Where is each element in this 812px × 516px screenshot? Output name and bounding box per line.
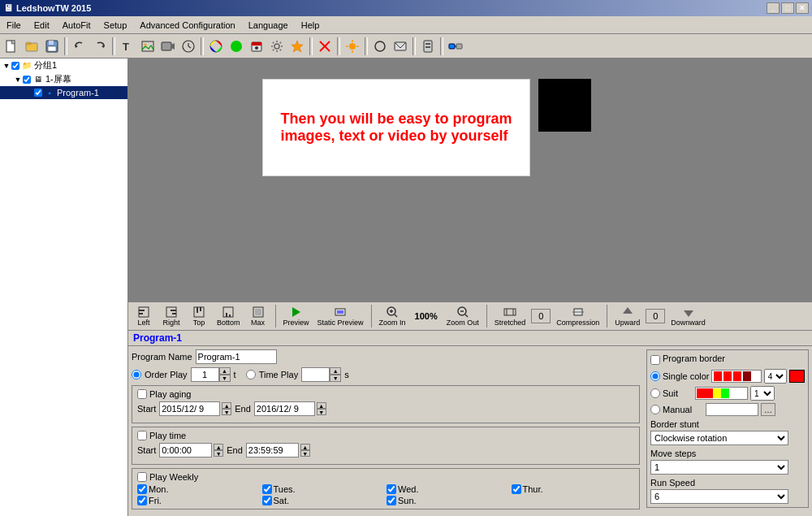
align-top-button[interactable]: Top xyxy=(187,305,211,327)
redo-button[interactable] xyxy=(90,37,110,56)
spinbox-up[interactable]: ▲ xyxy=(219,367,231,375)
wed-checkbox[interactable] xyxy=(387,484,396,494)
align-right-button[interactable]: Right xyxy=(159,305,184,327)
time-value-input[interactable] xyxy=(301,367,330,382)
plugin-button[interactable] xyxy=(418,37,438,56)
time-play-radio[interactable] xyxy=(246,370,256,379)
time-spinbox-up[interactable]: ▲ xyxy=(330,367,341,375)
single-color-radio[interactable] xyxy=(650,371,660,381)
save-button[interactable] xyxy=(42,37,62,56)
preview-button[interactable]: Preview xyxy=(281,305,312,327)
suit-radio[interactable] xyxy=(650,388,660,398)
weekly-grid: Mon. Tues. Wed. Thur. xyxy=(137,484,634,505)
open-button[interactable] xyxy=(22,37,41,56)
tree-screen[interactable]: ▼ 🖥 1-屏幕 xyxy=(0,72,127,86)
order-play-radio[interactable] xyxy=(132,370,141,379)
svg-rect-46 xyxy=(197,307,198,313)
max-button[interactable]: Max xyxy=(246,305,270,327)
circle-button[interactable] xyxy=(370,37,390,56)
end-time-up[interactable]: ▲ xyxy=(300,444,310,450)
screen-checkbox[interactable] xyxy=(23,76,31,84)
sat-checkbox[interactable] xyxy=(262,496,272,505)
canvas-area[interactable]: Then you will be easy to program images,… xyxy=(128,59,812,301)
zoom-out-button[interactable]: Zoom Out xyxy=(444,305,482,327)
menu-help[interactable]: Help xyxy=(295,19,326,32)
run-speed-dropdown[interactable]: 6 xyxy=(650,489,788,504)
single-color-dropdown[interactable]: 4 xyxy=(764,369,787,384)
start-time-down[interactable]: ▼ xyxy=(214,450,223,457)
minimize-button[interactable]: _ xyxy=(767,2,780,14)
color-button[interactable] xyxy=(206,37,226,56)
connect-button[interactable] xyxy=(446,37,465,56)
video-button[interactable] xyxy=(158,37,178,56)
upward-button[interactable]: Upward xyxy=(612,305,642,327)
svg-marker-7 xyxy=(75,45,78,48)
sun-button[interactable] xyxy=(343,37,362,56)
menu-edit[interactable]: Edit xyxy=(28,19,56,32)
program-name-input[interactable] xyxy=(196,349,277,364)
align-left-button[interactable]: Left xyxy=(132,305,156,327)
maximize-button[interactable]: □ xyxy=(781,2,794,14)
email-button[interactable] xyxy=(391,37,410,56)
start-time-field[interactable] xyxy=(159,443,212,457)
green-dot-button[interactable] xyxy=(227,37,246,56)
zoom-in-button[interactable]: Zoom In xyxy=(377,305,408,327)
tree-group[interactable]: ▼ 📁 分组1 xyxy=(0,59,127,72)
time-spinbox-down[interactable]: ▼ xyxy=(330,375,341,382)
group-checkbox[interactable] xyxy=(11,62,19,70)
tree-program[interactable]: ▪ Program-1 xyxy=(0,86,127,99)
start-date-down[interactable]: ▼ xyxy=(222,409,231,415)
stretched-button[interactable]: Stretched xyxy=(492,305,529,327)
order-spinbox: ▲ ▼ xyxy=(191,367,231,382)
close-button[interactable]: ✕ xyxy=(796,2,809,14)
manual-radio[interactable] xyxy=(650,405,660,414)
play-time-checkbox[interactable] xyxy=(137,431,147,440)
fri-checkbox[interactable] xyxy=(137,496,147,505)
svg-rect-5 xyxy=(49,41,54,45)
thur-checkbox[interactable] xyxy=(512,484,521,494)
image-button[interactable] xyxy=(138,37,158,56)
play-aging-checkbox[interactable] xyxy=(137,389,147,399)
downward-button[interactable]: Downward xyxy=(668,305,708,327)
order-value-input[interactable] xyxy=(191,367,219,382)
align-bottom-button[interactable]: Bottom xyxy=(214,305,243,327)
undo-button[interactable] xyxy=(70,37,89,56)
menu-setup[interactable]: Setup xyxy=(97,19,134,32)
program-checkbox[interactable] xyxy=(34,89,42,97)
program-border-checkbox[interactable] xyxy=(650,355,660,365)
border-stunt-dropdown[interactable]: Clockwise rotation xyxy=(650,431,788,445)
static-preview-button[interactable]: Static Preview xyxy=(315,305,366,327)
text-button[interactable]: T xyxy=(118,37,137,56)
end-time-down[interactable]: ▼ xyxy=(300,450,310,457)
svg-rect-42 xyxy=(166,307,176,317)
play-time-section: Play time Start ▲ ▼ End xyxy=(132,427,640,465)
end-time-field[interactable] xyxy=(246,443,299,457)
manual-edit-btn[interactable]: … xyxy=(761,403,775,416)
compression-button[interactable]: Compression xyxy=(554,305,602,327)
single-color-btn[interactable] xyxy=(789,370,805,383)
menu-autofit[interactable]: AutoFit xyxy=(56,19,97,32)
tues-checkbox[interactable] xyxy=(262,484,272,494)
menu-language[interactable]: Language xyxy=(242,19,295,32)
settings-button[interactable] xyxy=(267,37,287,56)
play-weekly-checkbox[interactable] xyxy=(137,472,147,482)
end-date-down[interactable]: ▼ xyxy=(317,409,326,415)
spinbox-down[interactable]: ▼ xyxy=(219,375,231,382)
clock-button[interactable] xyxy=(179,37,198,56)
start-date-field[interactable] xyxy=(159,401,220,416)
move-steps-dropdown[interactable]: 1 xyxy=(650,460,788,475)
mon-checkbox[interactable] xyxy=(137,484,147,494)
end-date-field[interactable] xyxy=(254,401,315,416)
timer-button[interactable] xyxy=(247,37,266,56)
menu-file[interactable]: File xyxy=(0,19,28,32)
start-date-up[interactable]: ▲ xyxy=(222,402,231,409)
start-time-up[interactable]: ▲ xyxy=(214,444,223,450)
menu-advanced-config[interactable]: Advanced Configuration xyxy=(133,19,241,32)
suit-dropdown[interactable]: 1 xyxy=(750,386,775,401)
star-button[interactable] xyxy=(287,37,307,56)
single-color-row: Single color 4 xyxy=(650,369,805,384)
end-date-up[interactable]: ▲ xyxy=(317,402,326,409)
sun-checkbox[interactable] xyxy=(387,496,396,505)
new-button[interactable] xyxy=(2,37,21,56)
cross-button[interactable] xyxy=(315,37,335,56)
